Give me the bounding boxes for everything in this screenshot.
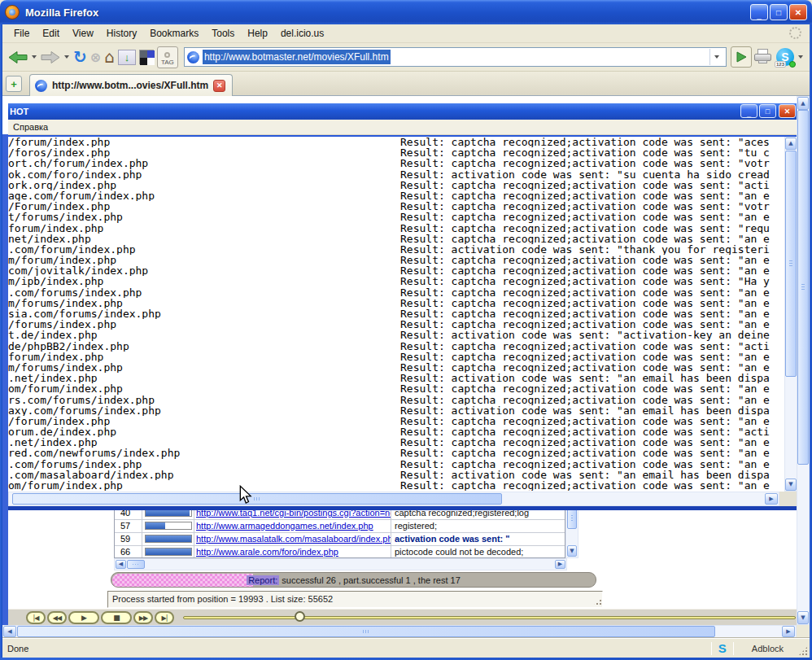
skype-toolbar-button[interactable]: S123	[775, 45, 796, 69]
skype-status-icon[interactable]: S	[718, 641, 727, 655]
log-path: m/forums/index.php	[8, 298, 400, 308]
forward-button[interactable]	[39, 45, 62, 69]
player-seek-track[interactable]	[183, 616, 796, 619]
download-manager-button[interactable]: ↓	[116, 45, 138, 69]
menu-edit[interactable]: Edit	[37, 25, 68, 42]
tab-xfull[interactable]: http://www.botm...ovies/XFull.htm ✕	[29, 74, 233, 96]
row-status: activation code was sent: "	[391, 533, 565, 545]
tab-bar: + http://www.botm...ovies/XFull.htm ✕	[2, 72, 810, 96]
back-button[interactable]	[7, 45, 29, 69]
firefox-window: Mozilla Firefox _ □ ✕ File Edit View His…	[0, 0, 812, 660]
close-button[interactable]: ✕	[789, 4, 807, 20]
forward-dropdown-caret[interactable]	[64, 55, 69, 59]
address-bar[interactable]: http://www.botmaster.net/movies/XFull.ht…	[184, 47, 727, 67]
log-result: Result: activation code was sent: "an em…	[400, 470, 784, 480]
log-vertical-scrollbar[interactable]: ▲ ▼	[784, 137, 797, 492]
log-result: Result: captcha recognized;activation co…	[400, 265, 784, 276]
rewind-button[interactable]: ◀◀	[47, 611, 67, 624]
log-path: orum.de/index.php	[8, 426, 400, 437]
stop-button[interactable]: ■	[101, 611, 132, 624]
log-result: Result: captcha recognized;activation co…	[400, 319, 784, 330]
skip-start-button[interactable]: |◀	[26, 611, 46, 624]
table-vertical-scrollbar[interactable]: ▼	[565, 506, 578, 558]
colorzilla-button[interactable]	[138, 45, 155, 69]
address-text[interactable]: http://www.botmaster.net/movies/XFull.ht…	[203, 50, 391, 64]
tag-icon: TAG	[157, 46, 178, 68]
adblock-status[interactable]: Adblock	[740, 644, 795, 653]
log-result: Result: captcha recognized;activation co…	[400, 448, 784, 458]
log-row: /forum/index.phpResult: captcha recogniz…	[8, 416, 784, 426]
window-titlebar[interactable]: Mozilla Firefox _ □ ✕	[0, 0, 812, 24]
minimize-button[interactable]: _	[750, 4, 768, 20]
report-progress-bar: Report: successful 26 , part.successful …	[111, 572, 596, 588]
log-path: .com/forums/index.php	[8, 287, 400, 298]
new-tab-button[interactable]: +	[6, 76, 22, 92]
log-row: t/forums/index.phpResult: captcha recogn…	[8, 212, 784, 222]
log-row: m/forums/index.phpResult: captcha recogn…	[8, 362, 784, 373]
menu-help[interactable]: Help	[242, 25, 276, 42]
log-path: de/phpBB2/index.php	[8, 341, 400, 352]
log-path: sia.com/forums/index.php	[8, 308, 400, 319]
app-resize-grip[interactable]	[779, 492, 797, 506]
log-row: orum.de/index.phpResult: captcha recogni…	[8, 426, 784, 437]
tag-button[interactable]: TAG	[155, 45, 180, 69]
log-path: axy.com/forums/index.php	[8, 405, 400, 416]
log-path: t/forums/index.php	[8, 212, 400, 222]
back-dropdown-caret[interactable]	[32, 55, 37, 59]
quad-squares-icon	[139, 50, 154, 64]
log-row: /Forum/index.phpResult: captcha recogniz…	[8, 201, 784, 212]
menu-delicious[interactable]: del.icio.us	[276, 25, 332, 42]
log-path: /foros/index.php	[8, 147, 400, 158]
log-horizontal-scrollbar[interactable]: ▶	[8, 492, 779, 506]
home-button[interactable]: ⌂	[103, 45, 116, 69]
log-path: ok.com/foro/index.php	[8, 169, 400, 180]
app-maximize-button: □	[759, 104, 776, 118]
log-row: axy.com/forums/index.phpResult: activati…	[8, 405, 784, 416]
address-dropdown-button[interactable]	[709, 49, 723, 65]
menu-history[interactable]: History	[102, 25, 145, 42]
log-row: .com/forum/index.phpResult: activation c…	[8, 244, 784, 255]
skype-dropdown-caret[interactable]	[798, 55, 803, 59]
log-row: .net/index.phpResult: captcha recognized…	[8, 437, 784, 448]
log-path: ork.org/index.php	[8, 180, 400, 190]
page-vertical-scrollbar[interactable]: ▲ ▼	[797, 96, 810, 625]
skip-end-button[interactable]: ▶|	[155, 611, 174, 624]
reload-button[interactable]: ↻	[72, 45, 89, 69]
print-button[interactable]	[752, 45, 775, 69]
log-path: .com/masalaboard/index.php	[8, 470, 400, 480]
log-row: com/jovitalk/index.phpResult: captcha re…	[8, 265, 784, 276]
stop-button[interactable]: ⊗	[89, 45, 103, 69]
log-path: rs.com/forums/index.php	[8, 395, 400, 405]
app-minimize-button: _	[740, 104, 757, 118]
window-border-left	[0, 24, 2, 658]
player-seek-thumb[interactable]	[295, 611, 305, 622]
menu-view[interactable]: View	[68, 25, 102, 42]
window-resize-grip[interactable]	[798, 646, 808, 656]
result-link[interactable]: http://www.arale.com/foro/index.php	[194, 546, 391, 558]
log-result: Result: captcha recognized;activation co…	[400, 137, 784, 147]
menu-tools[interactable]: Tools	[207, 25, 242, 42]
log-result: Result: captcha recognized;activation co…	[400, 383, 784, 394]
maximize-button[interactable]: □	[770, 4, 788, 20]
log-row: ok.com/foro/index.phpResult: activation …	[8, 169, 784, 180]
log-result: Result: captcha recognized;activation co…	[400, 298, 784, 308]
tab-close-button[interactable]: ✕	[213, 80, 225, 92]
log-result: Result: captcha recognized;activation co…	[400, 190, 784, 201]
log-row: /foros/index.phpResult: captcha recogniz…	[8, 147, 784, 158]
row-number: 66	[115, 546, 142, 558]
log-row: age.com/forum/index.phpResult: captcha r…	[8, 190, 784, 201]
result-link[interactable]: http://www.armageddongames.net/index.php	[194, 520, 391, 532]
result-link[interactable]: http://www.masalatalk.com/masalaboard/in…	[194, 533, 391, 545]
result-log: /forum/index.phpResult: captcha recogniz…	[8, 137, 784, 492]
table-horizontal-scrollbar[interactable]: ◀ ▶	[114, 558, 567, 570]
menu-bookmarks[interactable]: Bookmarks	[145, 25, 207, 42]
play-button[interactable]: ▶	[68, 611, 99, 624]
go-button[interactable]	[731, 46, 752, 68]
row-number: 59	[115, 533, 142, 545]
log-path: m/ipb/index.php	[8, 276, 400, 286]
log-path: m/forums/index.php	[8, 362, 400, 373]
fast-forward-button[interactable]: ▶▶	[133, 611, 153, 624]
menu-file[interactable]: File	[9, 25, 37, 42]
page-horizontal-scrollbar[interactable]: ◀ ▶	[2, 625, 797, 638]
table-row: 66http://www.arale.com/foro/index.phppic…	[115, 546, 565, 558]
